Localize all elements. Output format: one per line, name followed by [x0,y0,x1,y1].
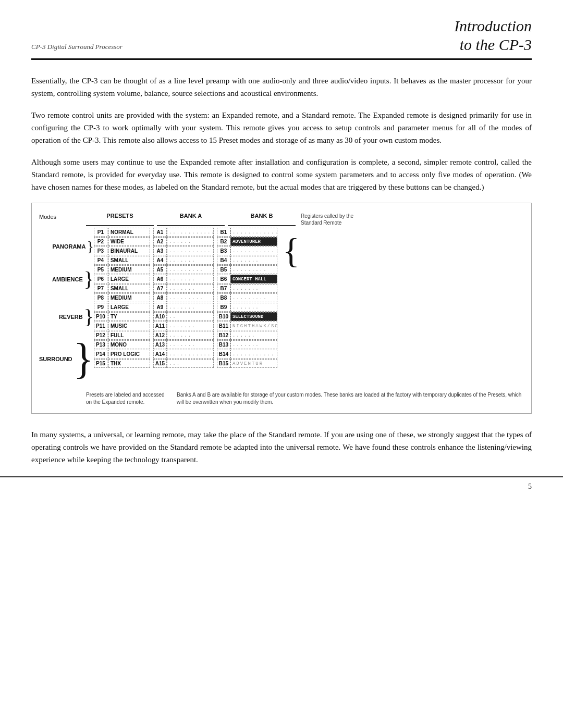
presets-header: PRESETS [86,213,154,226]
banka-val: ....... [167,340,214,349]
bankb-num: B6 [217,275,230,283]
bankb-val: ....... [230,340,277,349]
surround-brace: } [74,343,94,375]
bankb-val: ...... [230,331,277,340]
register-brace: } [283,237,300,265]
bankb-num: B3 [217,246,230,255]
body-text: Essentially, the CP-3 can be thought of … [0,60,563,193]
table-row: P5MEDIUMA5.........B5......... [94,265,277,274]
preset-num: P1 [94,228,107,237]
banka-val: ....... [167,322,214,330]
banka-header: BANK A [157,213,225,226]
banka-num: A1 [153,228,167,237]
bankb-val: ......... [230,265,277,274]
ambience-brace: } [84,271,94,288]
preset-num: P7 [94,284,107,293]
bankb-num: B2 [217,237,230,246]
table-row: P14PRO LOGICA14...........B14........... [94,350,277,359]
table-row: P15THXA15...B15ADVENTUR [94,359,277,368]
preset-num: P12 [94,331,107,340]
mode-reverb-label: REVERB [39,314,83,320]
bankb-val: ....... [230,284,277,293]
bankb-val: NIGHTHAWK/SOUND [230,322,277,330]
preset-name: PRO LOGIC [108,350,150,359]
preset-name: MEDIUM [108,293,150,302]
banka-num: A14 [153,350,167,359]
paragraph-1: Essentially, the CP-3 can be thought of … [31,75,532,100]
preset-num: P3 [94,246,107,255]
preset-num: P2 [94,237,107,246]
preset-name: TY [108,312,150,321]
diagram: Modes PRESETS BANK A BANK B Registers ca… [31,203,532,414]
bankb-num: B11 [217,322,230,330]
paragraph-3: Although some users may continue to use … [31,156,532,193]
page-number: 5 [528,483,532,491]
banka-num: A12 [153,331,167,340]
preset-num: P14 [94,350,107,359]
preset-name: THX [108,359,150,368]
banka-val: ....... [167,256,214,265]
banka-num: A5 [153,265,167,274]
reverb-brace: } [84,309,94,325]
preset-num: P8 [94,293,107,302]
table-row: P9LARGEA9.......B9....... [94,303,277,312]
table-row: P2WIDEA2......B2ADVENTURER [94,237,277,246]
banka-val: ...... [167,237,214,246]
footer: 5 [0,476,563,496]
preset-name: BINAURAL [108,246,150,255]
banka-num: A4 [153,256,167,265]
mode-surround-label: SURROUND [39,356,72,362]
bankb-num: B9 [217,303,230,312]
preset-num: P5 [94,265,107,274]
bankb-val: ........... [230,350,277,359]
bankb-num: B8 [217,293,230,302]
preset-name: SMALL [108,284,150,293]
paragraph-2: Two remote control units are provided wi… [31,109,532,146]
preset-name: LARGE [108,303,150,312]
preset-num: P6 [94,275,107,283]
header: CP-3 Digital Surround Processor Introduc… [0,0,563,54]
bankb-num: B10 [217,312,230,321]
bankb-val: CONCERT HALL [230,275,277,283]
banka-val: ...... [167,331,214,340]
registers-note: Registers called by the Standard Remote [301,213,363,226]
banka-num: A9 [153,303,167,312]
preset-name: SMALL [108,256,150,265]
preset-num: P15 [94,359,107,368]
banka-num: A3 [153,246,167,255]
banka-val: ....... [167,275,214,283]
mode-ambience-label: AMBIENCE [39,276,83,282]
diagram-footnotes: Presets are labeled and accessed on the … [39,391,524,406]
bankb-val: ......... [230,293,277,302]
bankb-num: B1 [217,228,230,237]
bankb-num: B14 [217,350,230,359]
footnote-banks: Banks A and B are available for storage … [177,391,524,406]
right-register-indicator: } [283,228,300,387]
table-row: P7SMALLA7.......B7....... [94,284,277,293]
bankb-val: ADVENTURER [230,237,277,246]
modes-column: PANORAMA } AMBIENCE } REVERB } [39,228,94,387]
bankb-num: B12 [217,331,230,340]
preset-num: P4 [94,256,107,265]
panorama-brace: } [87,240,93,253]
banka-num: A7 [153,284,167,293]
preset-name: LARGE [108,275,150,283]
banka-val: .. [167,312,214,321]
bankb-num: B13 [217,340,230,349]
preset-num: P13 [94,340,107,349]
banka-num: A8 [153,293,167,302]
header-subtitle: CP-3 Digital Surround Processor [31,43,123,54]
banka-num: A6 [153,275,167,283]
banka-val: ........... [167,350,214,359]
bankb-header: BANK B [228,213,296,226]
banka-num: A15 [153,359,167,368]
bankb-val: ADVENTUR [230,359,277,368]
header-title: Introduction to the CP-3 [454,17,532,54]
table-row: P1NORMALA1............B1............ [94,228,277,237]
banka-num: A2 [153,237,167,246]
preset-num: P10 [94,312,107,321]
banka-val: ....... [167,303,214,312]
bankb-val: SELECTSOUND [230,312,277,321]
table-row: P10TYA10..B10SELECTSOUND [94,312,277,321]
mode-ambience: AMBIENCE } [39,265,94,293]
